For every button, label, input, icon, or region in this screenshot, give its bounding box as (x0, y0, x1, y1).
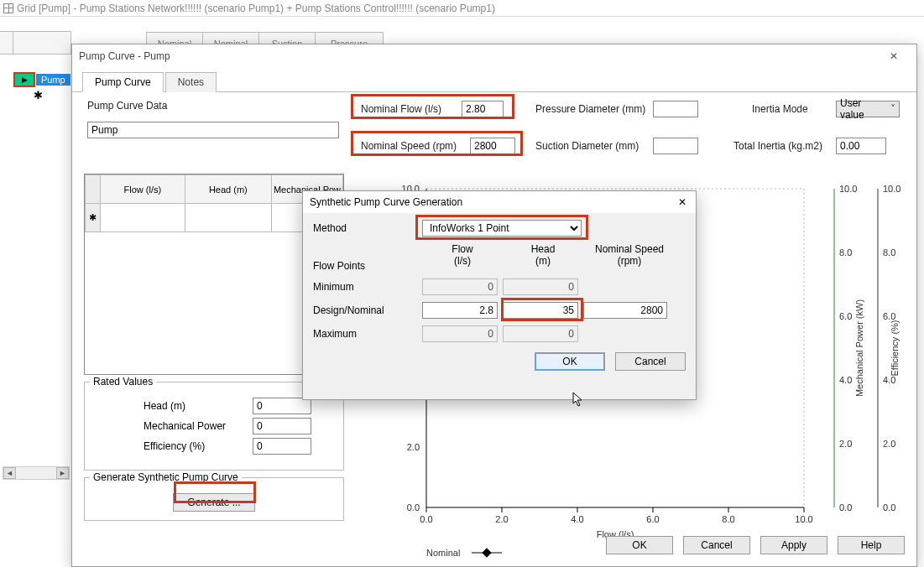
dialog-title: Pump Curve - Pump (79, 50, 170, 62)
maximum-label: Maximum (313, 328, 422, 340)
rated-eff-label: Efficiency (%) (144, 440, 253, 452)
svg-text:6.0: 6.0 (646, 514, 659, 524)
highlight-generate (174, 481, 256, 503)
apply-button[interactable]: Apply (760, 536, 827, 554)
dialog-titlebar[interactable]: Pump Curve - Pump ✕ (72, 44, 916, 68)
new-row-marker: ✱ (34, 89, 43, 101)
modal-cancel-button[interactable]: Cancel (615, 352, 686, 371)
synthetic-curve-modal: Synthetic Pump Curve Generation ✕ Method… (302, 190, 697, 400)
svg-text:10.0: 10.0 (839, 184, 857, 194)
ok-button[interactable]: OK (606, 536, 673, 554)
rated-power-label: Mechanical Power (144, 420, 253, 432)
svg-text:4.0: 4.0 (839, 375, 852, 385)
rated-values-title: Rated Values (90, 376, 156, 388)
inertia-mode-label: Inertia Mode (752, 103, 808, 115)
total-inertia-input[interactable] (836, 138, 886, 154)
grid-cell[interactable] (101, 204, 185, 232)
svg-text:8.0: 8.0 (839, 247, 852, 257)
min-flow-input (422, 278, 498, 295)
new-row-marker: ✱ (86, 204, 101, 232)
grid-icon (3, 3, 13, 13)
svg-text:Mechanical Power (kW): Mechanical Power (kW) (854, 299, 864, 397)
design-label: Design/Nominal (313, 304, 422, 316)
minimum-label: Minimum (313, 281, 422, 293)
svg-text:0.0: 0.0 (407, 502, 420, 512)
tab-strip: Pump Curve Notes (72, 71, 916, 92)
modal-title: Synthetic Pump Curve Generation (310, 196, 462, 208)
svg-text:6.0: 6.0 (839, 311, 852, 321)
scroll-right-arrow[interactable]: ► (56, 467, 69, 479)
svg-text:8.0: 8.0 (722, 514, 734, 524)
pressure-diameter-label: Pressure Diameter (mm) (535, 103, 645, 115)
design-flow-input[interactable] (422, 302, 498, 319)
svg-rect-38 (482, 548, 491, 557)
play-button[interactable]: ▶ (13, 72, 35, 87)
svg-text:2.0: 2.0 (407, 442, 420, 452)
method-label: Method (313, 222, 422, 234)
total-inertia-label: Total Inertia (kg.m2) (733, 140, 822, 152)
min-head-input (503, 278, 578, 295)
rated-eff-input[interactable] (253, 438, 311, 455)
max-flow-input (422, 325, 498, 342)
cancel-button[interactable]: Cancel (683, 536, 750, 554)
svg-text:0.0: 0.0 (420, 514, 432, 524)
generate-group: Generate Synthetic Pump Curve Generate .… (84, 477, 344, 521)
close-icon[interactable]: ✕ (676, 195, 689, 209)
svg-text:8.0: 8.0 (883, 247, 895, 257)
scroll-left-arrow[interactable]: ◄ (3, 467, 16, 479)
svg-text:Efficiency (%): Efficiency (%) (890, 320, 900, 376)
svg-text:4.0: 4.0 (571, 514, 583, 524)
modal-ok-button[interactable]: OK (535, 352, 605, 371)
svg-text:2.0: 2.0 (495, 514, 508, 524)
svg-text:10.0: 10.0 (795, 514, 812, 524)
highlight-method (415, 215, 588, 240)
pump-curve-data-label: Pump Curve Data (87, 100, 167, 112)
selected-row-tag[interactable]: Pump (36, 74, 70, 86)
inertia-mode-select[interactable]: User value (836, 101, 900, 117)
svg-text:0.0: 0.0 (883, 502, 895, 512)
pump-name-input[interactable] (87, 122, 339, 138)
pressure-diameter-input[interactable] (653, 101, 698, 117)
svg-text:2.0: 2.0 (883, 439, 895, 449)
main-window-titlebar: Grid [Pump] - Pump Stations Network!!!!!… (0, 0, 924, 17)
grid-cell[interactable] (185, 204, 271, 232)
rated-head-label: Head (m) (144, 400, 253, 412)
suction-diameter-input[interactable] (653, 138, 698, 154)
svg-text:6.0: 6.0 (883, 311, 895, 321)
grid-col-head[interactable]: Head (m) (185, 175, 271, 204)
svg-text:0.0: 0.0 (839, 502, 852, 512)
modal-titlebar[interactable]: Synthetic Pump Curve Generation ✕ (303, 191, 696, 213)
highlight-nominal-speed (351, 131, 523, 156)
svg-text:Nominal: Nominal (426, 548, 460, 558)
suction-diameter-label: Suction Diameter (mm) (535, 140, 639, 152)
flow-points-label: Flow Points (313, 260, 422, 272)
tab-notes[interactable]: Notes (165, 72, 217, 92)
dialog-footer: OK Cancel Apply Help (606, 536, 905, 554)
help-button[interactable]: Help (838, 536, 905, 554)
highlight-nominal-flow (351, 94, 514, 119)
design-speed-input[interactable] (583, 302, 667, 319)
max-head-input (503, 325, 578, 342)
close-icon[interactable]: ✕ (878, 47, 910, 65)
horizontal-scrollbar[interactable]: ◄ ► (3, 466, 70, 480)
pump-curve-dialog: Pump Curve - Pump ✕ Pump Curve Notes Pum… (71, 44, 917, 567)
main-window-title: Grid [Pump] - Pump Stations Network!!!!!… (17, 3, 495, 14)
rated-head-input[interactable] (253, 398, 311, 414)
rated-power-input[interactable] (253, 418, 311, 434)
svg-text:10.0: 10.0 (883, 184, 901, 194)
tab-pump-curve[interactable]: Pump Curve (82, 72, 164, 92)
grid-col-flow[interactable]: Flow (l/s) (101, 175, 185, 204)
svg-text:2.0: 2.0 (839, 439, 852, 449)
left-grid-stub (0, 32, 71, 55)
highlight-design-head (501, 298, 583, 321)
